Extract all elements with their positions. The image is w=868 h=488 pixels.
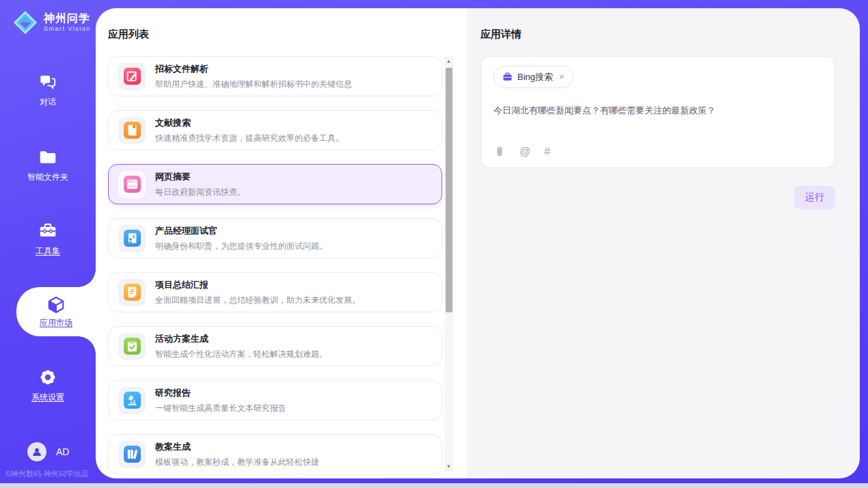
app-card[interactable]: 教案生成模板驱动，教案秒成，教学准备从此轻松快捷 bbox=[108, 434, 442, 474]
resume-icon bbox=[124, 230, 141, 247]
app-card-desc: 明确身份和职责，为您提供专业性的面试问题。 bbox=[155, 241, 327, 252]
app-list-panel: 应用列表 招标文件解析帮助用户快速、准确地理解和解析招标书中的关键信息文献搜索快… bbox=[96, 8, 467, 478]
app-card[interactable]: 项目总结汇报全面回顾项目进展，总结经验教训，助力未来优化发展。 bbox=[108, 272, 442, 312]
tool-chip-label: Bing搜索 bbox=[517, 71, 553, 83]
bottom-strip bbox=[0, 483, 868, 488]
app-card-title: 产品经理面试官 bbox=[155, 225, 327, 237]
chip-close-icon[interactable]: × bbox=[559, 72, 565, 82]
composer-toolbar: @ # bbox=[493, 146, 822, 158]
app-card-desc: 快速精准查找学术资源，提高研究效率的必备工具。 bbox=[155, 133, 344, 144]
cube-icon bbox=[46, 295, 66, 314]
app-card-title: 文献搜索 bbox=[155, 117, 344, 129]
app-card-badge bbox=[118, 225, 146, 252]
briefcase-icon bbox=[502, 72, 513, 82]
sidebar-item-2[interactable]: 智能文件夹 bbox=[0, 148, 96, 183]
sidebar-item-4[interactable]: 应用市场 bbox=[16, 287, 96, 336]
paperclip-icon[interactable] bbox=[493, 146, 506, 158]
app-card[interactable]: </>网页摘要每日政府新闻资讯快查。 bbox=[108, 164, 442, 204]
app-card-badge bbox=[118, 441, 146, 468]
main-panel: 应用列表 招标文件解析帮助用户快速、准确地理解和解析招标书中的关键信息文献搜索快… bbox=[96, 8, 860, 478]
svg-text:</>: </> bbox=[128, 183, 136, 188]
user-avatar[interactable] bbox=[27, 442, 46, 461]
scrollbar[interactable]: ▲ ▼ bbox=[444, 56, 453, 472]
app-card-desc: 帮助用户快速、准确地理解和解析招标书中的关键信息 bbox=[155, 79, 352, 90]
book-icon bbox=[124, 122, 141, 139]
app-card-title: 活动方案生成 bbox=[155, 333, 327, 345]
gear-icon bbox=[38, 368, 57, 387]
toolbox-icon bbox=[38, 221, 57, 241]
app-card[interactable]: 活动方案生成智能生成个性化活动方案，轻松解决规划难题。 bbox=[108, 326, 442, 366]
app-card[interactable]: 文献搜索快速精准查找学术资源，提高研究效率的必备工具。 bbox=[108, 110, 442, 150]
app-card-desc: 模板驱动，教案秒成，教学准备从此轻松快捷 bbox=[155, 457, 319, 468]
user-row[interactable]: AD bbox=[27, 442, 69, 461]
query-input[interactable]: 今日湖北有哪些新闻要点？有哪些需要关注的最新政策？ bbox=[493, 104, 822, 146]
app-card-title: 研究报告 bbox=[155, 387, 286, 399]
sidebar-item-label: 对话 bbox=[40, 96, 56, 108]
sidebar-footer-text: ©神州数码·神州问学出品 bbox=[5, 469, 89, 479]
app-card[interactable]: 招标文件解析帮助用户快速、准确地理解和解析招标书中的关键信息 bbox=[108, 56, 442, 96]
clipboard-check-icon bbox=[124, 338, 141, 355]
books-icon bbox=[124, 446, 141, 463]
sidebar-item-3[interactable]: 工具集 bbox=[0, 221, 96, 257]
brand-name: 神州问学 bbox=[44, 12, 91, 25]
browser-code-icon: </> bbox=[124, 176, 141, 193]
app-card-badge bbox=[118, 387, 146, 414]
app-list-title: 应用列表 bbox=[108, 28, 149, 41]
sidebar-item-label: 应用市场 bbox=[40, 317, 72, 329]
memo-icon bbox=[124, 284, 141, 301]
app-card-badge bbox=[118, 63, 146, 90]
app-detail-title: 应用详情 bbox=[480, 28, 521, 41]
mention-icon[interactable]: @ bbox=[519, 146, 530, 158]
hash-icon[interactable]: # bbox=[544, 146, 550, 158]
composer-card: Bing搜索 × 今日湖北有哪些新闻要点？有哪些需要关注的最新政策？ @ # bbox=[480, 56, 835, 168]
app-card[interactable]: 产品经理面试官明确身份和职责，为您提供专业性的面试问题。 bbox=[108, 218, 442, 258]
run-button[interactable]: 运行 bbox=[794, 186, 835, 209]
app-card-text: 活动方案生成智能生成个性化活动方案，轻松解决规划难题。 bbox=[155, 333, 327, 360]
app-card-desc: 每日政府新闻资讯快查。 bbox=[155, 187, 245, 198]
scroll-down-icon[interactable]: ▼ bbox=[444, 463, 453, 470]
sidebar-item-1[interactable]: 对话 bbox=[0, 72, 96, 108]
logo-icon bbox=[12, 10, 38, 36]
scroll-up-icon[interactable]: ▲ bbox=[444, 58, 453, 64]
brand-subtitle: Smart Vision bbox=[44, 26, 91, 33]
app-card-text: 教案生成模板驱动，教案秒成，教学准备从此轻松快捷 bbox=[155, 441, 319, 468]
sidebar: 神州问学 Smart Vision 对话智能文件夹工具集应用市场系统设置 AD … bbox=[0, 0, 96, 483]
app-card-text: 项目总结汇报全面回顾项目进展，总结经验教训，助力未来优化发展。 bbox=[155, 279, 360, 306]
sidebar-item-label: 智能文件夹 bbox=[27, 172, 68, 183]
app-card-list: 招标文件解析帮助用户快速、准确地理解和解析招标书中的关键信息文献搜索快速精准查找… bbox=[108, 56, 442, 478]
app-card[interactable]: 研究报告一键智能生成高质量长文本研究报告 bbox=[108, 380, 442, 420]
chat-icon bbox=[38, 72, 57, 92]
app-card-text: 研究报告一键智能生成高质量长文本研究报告 bbox=[155, 387, 286, 414]
pen-square-icon bbox=[124, 68, 141, 85]
person-icon bbox=[31, 446, 43, 458]
app-card-title: 教案生成 bbox=[155, 441, 319, 453]
sidebar-item-label: 工具集 bbox=[36, 245, 60, 257]
avatar-label: AD bbox=[56, 446, 69, 457]
sidebar-item-5[interactable]: 系统设置 bbox=[0, 368, 96, 403]
app-card-badge bbox=[118, 279, 146, 306]
app-card-badge bbox=[118, 333, 146, 360]
app-card-badge bbox=[118, 117, 146, 144]
app-card-desc: 全面回顾项目进展，总结经验教训，助力未来优化发展。 bbox=[155, 295, 360, 306]
tool-chip[interactable]: Bing搜索 × bbox=[493, 66, 573, 88]
sidebar-item-label: 系统设置 bbox=[31, 392, 64, 403]
app-card-desc: 一键智能生成高质量长文本研究报告 bbox=[155, 403, 286, 414]
app-card-text: 网页摘要每日政府新闻资讯快查。 bbox=[155, 171, 245, 198]
app-card-title: 项目总结汇报 bbox=[155, 279, 360, 291]
app-card-text: 产品经理面试官明确身份和职责，为您提供专业性的面试问题。 bbox=[155, 225, 327, 252]
app-detail-panel: 应用详情 Bing搜索 × 今日湖北有哪些新闻要点？有哪些需要关注的最新政策？ … bbox=[467, 8, 860, 478]
app-card-title: 招标文件解析 bbox=[155, 63, 352, 75]
app-card-title: 网页摘要 bbox=[155, 171, 245, 183]
app-card-text: 招标文件解析帮助用户快速、准确地理解和解析招标书中的关键信息 bbox=[155, 63, 352, 90]
app-card-desc: 智能生成个性化活动方案，轻松解决规划难题。 bbox=[155, 349, 327, 360]
folder-icon bbox=[38, 148, 57, 167]
app-card-badge: </> bbox=[118, 171, 146, 198]
microscope-icon bbox=[124, 392, 141, 409]
brand: 神州问学 Smart Vision bbox=[12, 10, 91, 36]
app-card-text: 文献搜索快速精准查找学术资源，提高研究效率的必备工具。 bbox=[155, 117, 344, 144]
scroll-thumb[interactable] bbox=[446, 68, 452, 312]
